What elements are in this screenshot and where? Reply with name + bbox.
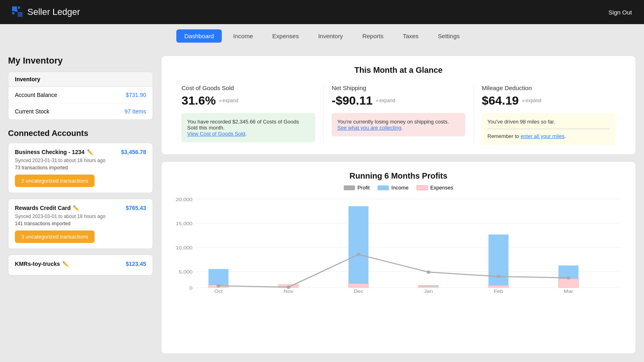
account-balance-3[interactable]: $123.45 (126, 261, 146, 267)
inventory-box: Inventory Account Balance $731.90 Curren… (8, 72, 153, 120)
chart-title: Running 6 Months Profits (173, 171, 623, 181)
account-name-row-2: Rewards Credit Card ✏️ $765.43 (15, 205, 146, 211)
app-name: Seller Ledger (27, 7, 80, 17)
bar-income-4 (489, 234, 509, 288)
metric-cogs: Cost of Goods Sold 31.6% » expand You ha… (173, 84, 324, 145)
nav-expenses[interactable]: Expenses (264, 29, 307, 43)
legend-expenses: Expenses (417, 185, 453, 191)
income-label: Income (391, 185, 409, 191)
current-stock-label: Current Stock (15, 108, 50, 115)
shipping-info-box: You're currently losing money on shippin… (332, 113, 465, 136)
current-stock-value[interactable]: 97 Items (124, 108, 146, 115)
income-swatch (378, 185, 389, 190)
glance-card: This Month at a Glance Cost of Goods Sol… (161, 56, 636, 155)
cogs-expand[interactable]: » expand (219, 98, 238, 103)
my-inventory-title: My Inventory (8, 56, 153, 66)
metric-shipping-label: Net Shipping (332, 84, 465, 91)
expenses-swatch (417, 185, 428, 190)
account-card-business: Business Checking - 1234 ✏️ $3,456.78 Sy… (8, 143, 153, 193)
svg-text:15,000: 15,000 (175, 221, 192, 226)
profit-dot-3 (427, 271, 431, 274)
svg-text:0: 0 (190, 286, 193, 290)
view-cogs-link[interactable]: View Cost of Goods Sold (187, 131, 245, 137)
mileage-expand[interactable]: » expand (522, 98, 541, 103)
account-name-1: Business Checking - 1234 ✏️ (15, 149, 93, 155)
svg-rect-1 (18, 6, 20, 9)
glance-title: This Month at a Glance (173, 66, 623, 75)
bar-chart-svg: 20,000 15,000 10,000 5,000 0 (173, 197, 623, 294)
bar-income-2 (349, 206, 369, 288)
chart-legend: Profit Income Expenses (173, 185, 623, 191)
nav-income[interactable]: Income (225, 29, 261, 43)
profit-dot-4 (496, 275, 500, 278)
nav: Dashboard Income Expenses Inventory Repo… (0, 24, 644, 47)
uncategorized-btn-2[interactable]: 3 uncategorized transactions (15, 230, 95, 243)
nav-inventory[interactable]: Inventory (310, 29, 351, 43)
bar-expenses-5 (559, 279, 579, 288)
edit-icon-2[interactable]: ✏️ (73, 205, 79, 211)
main-content: This Month at a Glance Cost of Goods Sol… (161, 56, 636, 354)
main-layout: My Inventory Inventory Account Balance $… (0, 47, 644, 362)
glance-metrics: Cost of Goods Sold 31.6% » expand You ha… (173, 84, 623, 145)
nav-settings[interactable]: Settings (430, 29, 468, 43)
mileage-info-box: You've driven 98 miles so far. Remember … (482, 113, 615, 145)
expenses-label: Expenses (430, 185, 453, 191)
account-card-rewards: Rewards Credit Card ✏️ $765.43 Synced 20… (8, 199, 153, 249)
shipping-expand[interactable]: » expand (376, 98, 395, 103)
bar-expenses-3 (419, 286, 439, 288)
account-sync-2: Synced 2023-03-01 to about 18 hours ago (15, 214, 146, 219)
metric-cogs-label: Cost of Goods Sold (182, 84, 315, 91)
account-sync-1: Synced 2023-01-31 to about 18 hours ago (15, 158, 146, 163)
account-balance-value[interactable]: $731.90 (126, 92, 146, 98)
metric-mileage-value: $64.19 » expand (482, 94, 615, 107)
svg-text:Mar: Mar (564, 289, 574, 294)
edit-icon-1[interactable]: ✏️ (87, 149, 93, 155)
cogs-info-box: You have recorded $2,345.66 of Costs of … (182, 113, 315, 142)
account-balance-label: Account Balance (15, 92, 57, 98)
account-card-kmrs: KMRs-toy-trucks ✏️ $123.45 (8, 255, 153, 276)
legend-income: Income (378, 185, 409, 191)
profit-line (219, 255, 569, 287)
metric-cogs-value: 31.6% » expand (182, 94, 315, 107)
metric-mileage-label: Mileage Deduction (482, 84, 615, 91)
sidebar: My Inventory Inventory Account Balance $… (8, 56, 161, 354)
profit-dot-5 (566, 276, 570, 280)
svg-rect-4 (15, 10, 18, 12)
legend-profit: Profit (344, 185, 369, 191)
bar-expenses-4 (489, 286, 509, 288)
svg-text:20,000: 20,000 (175, 197, 192, 202)
header: Seller Ledger Sign Out (0, 0, 644, 24)
account-balance-1[interactable]: $3,456.78 (121, 149, 146, 155)
nav-dashboard[interactable]: Dashboard (176, 29, 222, 43)
metric-shipping: Net Shipping -$90.11 » expand You're cur… (324, 84, 474, 145)
sign-out-button[interactable]: Sign Out (609, 9, 632, 16)
account-balance-row: Account Balance $731.90 (8, 87, 153, 103)
account-transactions-1: 73 transactions imported (15, 165, 146, 171)
shipping-link[interactable]: See what you are collecting (337, 125, 401, 131)
chart-container: 20,000 15,000 10,000 5,000 0 (173, 197, 623, 294)
connected-accounts-title: Connected Accounts (8, 129, 153, 138)
account-name-3: KMRs-toy-trucks ✏️ (15, 261, 69, 267)
nav-taxes[interactable]: Taxes (395, 29, 427, 43)
profit-label: Profit (357, 185, 369, 191)
account-balance-2[interactable]: $765.43 (126, 205, 146, 211)
svg-text:Oct: Oct (214, 289, 223, 294)
svg-text:Nov: Nov (284, 289, 294, 294)
logo-icon (12, 6, 23, 18)
profit-dot-0 (217, 284, 221, 288)
svg-text:Jan: Jan (424, 289, 433, 294)
nav-reports[interactable]: Reports (354, 29, 392, 43)
uncategorized-btn-1[interactable]: 2 uncategorized transactions (15, 175, 95, 187)
metric-mileage: Mileage Deduction $64.19 » expand You've… (474, 84, 623, 145)
profit-swatch (344, 185, 355, 190)
inventory-box-header: Inventory (8, 72, 153, 87)
profit-dot-2 (357, 253, 361, 256)
svg-text:Dec: Dec (353, 289, 363, 294)
account-name-2: Rewards Credit Card ✏️ (15, 205, 79, 211)
svg-text:Feb: Feb (494, 289, 504, 294)
edit-icon-3[interactable]: ✏️ (62, 261, 69, 267)
mileage-link[interactable]: enter all your miles (520, 133, 564, 139)
profit-dot-1 (287, 286, 291, 289)
svg-rect-2 (12, 12, 14, 14)
current-stock-row: Current Stock 97 Items (8, 103, 153, 119)
